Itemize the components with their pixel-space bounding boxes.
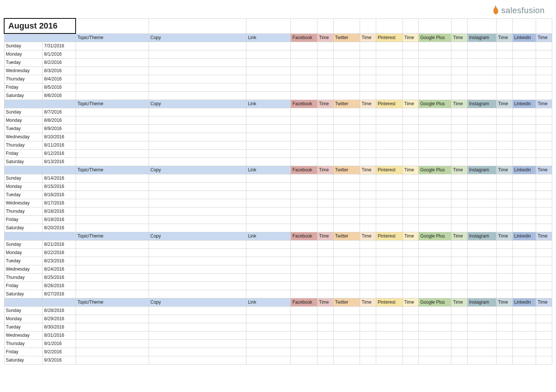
cell[interactable] xyxy=(360,50,376,58)
cell[interactable] xyxy=(376,323,403,331)
cell[interactable] xyxy=(149,149,246,157)
cell[interactable] xyxy=(497,207,513,215)
cell[interactable] xyxy=(512,182,536,191)
cell[interactable] xyxy=(317,348,334,356)
cell[interactable] xyxy=(512,240,536,248)
cell[interactable] xyxy=(403,174,419,182)
cell[interactable] xyxy=(360,42,376,50)
cell[interactable] xyxy=(419,273,451,282)
cell[interactable] xyxy=(419,157,451,166)
cell[interactable] xyxy=(512,356,536,364)
cell[interactable] xyxy=(76,348,149,356)
cell[interactable] xyxy=(376,273,403,282)
cell[interactable] xyxy=(291,339,317,348)
cell[interactable] xyxy=(360,306,376,315)
cell[interactable] xyxy=(419,331,451,339)
cell[interactable] xyxy=(76,108,149,116)
cell[interactable] xyxy=(536,199,552,207)
cell[interactable] xyxy=(497,348,513,356)
cell[interactable] xyxy=(376,224,403,232)
cell[interactable] xyxy=(291,224,317,232)
cell[interactable] xyxy=(317,182,334,191)
cell[interactable] xyxy=(403,116,419,124)
cell[interactable] xyxy=(467,141,496,149)
cell[interactable] xyxy=(76,133,149,141)
cell[interactable] xyxy=(246,323,291,331)
cell[interactable] xyxy=(467,133,496,141)
cell[interactable] xyxy=(333,124,360,133)
cell[interactable] xyxy=(419,315,451,323)
cell[interactable] xyxy=(291,83,317,91)
cell[interactable] xyxy=(360,215,376,224)
cell[interactable] xyxy=(360,91,376,100)
cell[interactable] xyxy=(536,282,552,290)
cell[interactable] xyxy=(360,157,376,166)
cell[interactable] xyxy=(451,191,468,199)
cell[interactable] xyxy=(419,141,451,149)
cell[interactable] xyxy=(376,58,403,67)
cell[interactable] xyxy=(536,339,552,348)
cell[interactable] xyxy=(376,331,403,339)
cell[interactable] xyxy=(497,174,513,182)
cell[interactable] xyxy=(317,174,334,182)
cell[interactable] xyxy=(149,182,246,191)
cell[interactable] xyxy=(419,282,451,290)
cell[interactable] xyxy=(497,290,513,298)
cell[interactable] xyxy=(497,323,513,331)
cell[interactable] xyxy=(76,191,149,199)
cell[interactable] xyxy=(536,331,552,339)
cell[interactable] xyxy=(497,108,513,116)
cell[interactable] xyxy=(419,290,451,298)
cell[interactable] xyxy=(149,83,246,91)
cell[interactable] xyxy=(360,331,376,339)
cell[interactable] xyxy=(317,306,334,315)
cell[interactable] xyxy=(536,91,552,100)
cell[interactable] xyxy=(419,323,451,331)
cell[interactable] xyxy=(360,273,376,282)
cell[interactable] xyxy=(376,207,403,215)
cell[interactable] xyxy=(317,42,334,50)
cell[interactable] xyxy=(360,323,376,331)
cell[interactable] xyxy=(512,124,536,133)
cell[interactable] xyxy=(497,273,513,282)
cell[interactable] xyxy=(76,67,149,75)
cell[interactable] xyxy=(376,50,403,58)
cell[interactable] xyxy=(246,174,291,182)
cell[interactable] xyxy=(512,257,536,265)
cell[interactable] xyxy=(317,133,334,141)
cell[interactable] xyxy=(360,174,376,182)
cell[interactable] xyxy=(76,224,149,232)
cell[interactable] xyxy=(317,323,334,331)
cell[interactable] xyxy=(333,339,360,348)
cell[interactable] xyxy=(419,339,451,348)
cell[interactable] xyxy=(333,182,360,191)
cell[interactable] xyxy=(451,75,468,83)
cell[interactable] xyxy=(451,257,468,265)
cell[interactable] xyxy=(419,191,451,199)
cell[interactable] xyxy=(376,348,403,356)
cell[interactable] xyxy=(317,207,334,215)
cell[interactable] xyxy=(291,240,317,248)
cell[interactable] xyxy=(376,67,403,75)
cell[interactable] xyxy=(512,331,536,339)
cell[interactable] xyxy=(451,116,468,124)
cell[interactable] xyxy=(376,191,403,199)
cell[interactable] xyxy=(149,67,246,75)
cell[interactable] xyxy=(419,67,451,75)
cell[interactable] xyxy=(536,42,552,50)
cell[interactable] xyxy=(403,240,419,248)
cell[interactable] xyxy=(376,240,403,248)
cell[interactable] xyxy=(419,257,451,265)
cell[interactable] xyxy=(149,124,246,133)
cell[interactable] xyxy=(467,182,496,191)
cell[interactable] xyxy=(291,306,317,315)
cell[interactable] xyxy=(512,290,536,298)
cell[interactable] xyxy=(451,306,468,315)
cell[interactable] xyxy=(149,273,246,282)
cell[interactable] xyxy=(360,265,376,273)
cell[interactable] xyxy=(497,149,513,157)
cell[interactable] xyxy=(536,273,552,282)
cell[interactable] xyxy=(451,207,468,215)
cell[interactable] xyxy=(291,42,317,50)
cell[interactable] xyxy=(403,42,419,50)
